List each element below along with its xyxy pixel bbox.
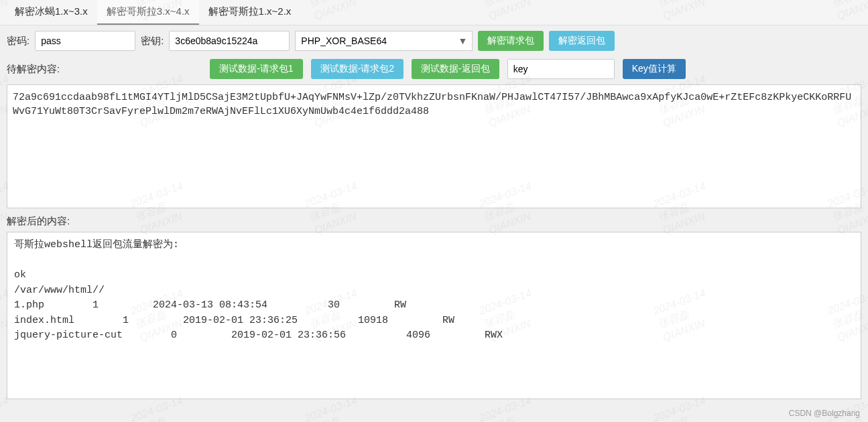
test-response-button[interactable]: 测试数据-返回包 bbox=[412, 59, 499, 79]
password-label: 密码: bbox=[7, 35, 29, 48]
decrypt-response-button[interactable]: 解密返回包 bbox=[549, 31, 615, 51]
password-input[interactable] bbox=[35, 31, 135, 51]
tab-bar: 解密冰蝎1.x~3.x 解密哥斯拉3.x~4.x 解密哥斯拉1.x~2.x bbox=[0, 0, 868, 25]
decrypted-label: 解密后的内容: bbox=[0, 208, 868, 232]
decrypt-request-button[interactable]: 解密请求包 bbox=[478, 31, 544, 51]
pending-content-label: 待解密内容: bbox=[7, 63, 60, 76]
tab-bingxie[interactable]: 解密冰蝎1.x~3.x bbox=[5, 0, 97, 25]
method-select[interactable]: PHP_XOR_BASE64 bbox=[295, 31, 473, 51]
action-row: 待解密内容: 测试数据-请求包1 测试数据-请求包2 测试数据-返回包 Key值… bbox=[0, 56, 868, 84]
attribution-text: CSDN @Bolgzhang bbox=[789, 409, 860, 418]
key-value-input[interactable] bbox=[507, 59, 615, 79]
tab-godzilla-3x-4x[interactable]: 解密哥斯拉3.x~4.x bbox=[97, 0, 199, 25]
key-input[interactable] bbox=[169, 31, 290, 51]
decrypted-output[interactable]: 哥斯拉webshell返回包流量解密为: ok /var/www/html// … bbox=[7, 232, 861, 399]
encrypted-textarea[interactable]: 72a9c691ccdaab98fL1tMGI4YTljMlD5CSajE3M2… bbox=[7, 84, 861, 208]
test-request1-button[interactable]: 测试数据-请求包1 bbox=[210, 59, 302, 79]
key-label: 密钥: bbox=[141, 35, 164, 48]
key-calc-button[interactable]: Key值计算 bbox=[623, 59, 686, 79]
tab-godzilla-1x-2x[interactable]: 解密哥斯拉1.x~2.x bbox=[199, 0, 301, 25]
test-request2-button[interactable]: 测试数据-请求包2 bbox=[311, 59, 404, 79]
toolbar: 密码: 密钥: PHP_XOR_BASE64 ▼ 解密请求包 解密返回包 bbox=[0, 25, 868, 56]
